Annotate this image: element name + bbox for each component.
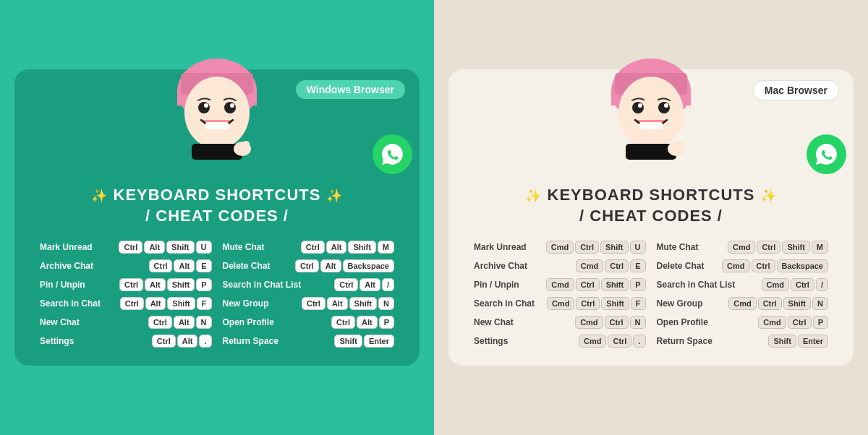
svg-point-17 (632, 102, 644, 113)
key-badge: Alt (320, 259, 341, 272)
shortcut-keys: CtrlAltShiftU (119, 241, 211, 254)
shortcut-name: Search in Chat List (657, 280, 736, 290)
shortcut-keys: CtrlAltShiftP (119, 278, 211, 291)
key-badge: Ctrl (605, 259, 629, 272)
svg-point-5 (224, 102, 236, 113)
shortcut-name: New Chat (40, 317, 80, 327)
svg-point-16 (618, 77, 684, 149)
key-badge: P (196, 278, 211, 291)
shortcut-row: New GroupCmdCtrlShiftN (657, 297, 829, 310)
shortcut-row: New GroupCtrlAltShiftN (223, 297, 395, 310)
key-badge: Enter (364, 335, 394, 348)
shortcut-keys: ShiftEnter (768, 335, 828, 348)
shortcut-name: Mute Chat (223, 242, 265, 252)
key-badge: Ctrl (575, 241, 599, 254)
svg-point-6 (204, 103, 208, 108)
shortcut-name: Search in Chat (474, 298, 535, 309)
shortcut-name: Delete Chat (657, 261, 705, 271)
key-badge: Cmd (722, 259, 749, 272)
key-badge: Cmd (728, 297, 756, 310)
right-title-line2: / CHEAT CODES / (474, 206, 828, 227)
key-badge: N (378, 297, 394, 310)
svg-point-7 (230, 103, 234, 108)
key-badge: E (196, 259, 211, 272)
svg-rect-8 (205, 122, 229, 129)
shortcut-row: Pin / UnpinCtrlAltShiftP (40, 278, 212, 291)
shortcut-name: Mute Chat (657, 242, 699, 252)
shortcut-name: Search in Chat List (223, 280, 302, 290)
key-badge: Alt (145, 297, 166, 310)
left-title-line2: / CHEAT CODES / (40, 206, 394, 227)
shortcut-row: Return SpaceShiftEnter (657, 335, 829, 348)
shortcut-keys: CmdCtrl/ (762, 278, 828, 291)
shortcut-name: Settings (40, 336, 74, 346)
key-badge: Cmd (728, 241, 755, 254)
key-badge: P (813, 316, 828, 329)
key-badge: Ctrl (752, 259, 775, 272)
shortcut-keys: CtrlAltN (148, 316, 212, 329)
shortcut-keys: CmdCtrlShiftP (546, 278, 645, 291)
key-badge: P (630, 278, 645, 291)
key-badge: Shift (167, 278, 195, 291)
svg-rect-21 (639, 122, 663, 129)
key-badge: Shift (601, 278, 629, 291)
key-badge: Shift (167, 297, 195, 310)
shortcut-row: Return SpaceShiftEnter (223, 335, 395, 348)
key-badge: Cmd (762, 278, 789, 291)
mac-badge-text: Mac Browser (765, 85, 827, 96)
shortcut-keys: CmdCtrlE (576, 259, 646, 272)
key-badge: M (378, 241, 394, 254)
shortcut-keys: CmdCtrlShiftN (728, 297, 828, 310)
left-shortcuts-grid: Mark UnreadCtrlAltShiftUMute ChatCtrlAlt… (40, 241, 394, 348)
right-shortcuts-grid: Mark UnreadCmdCtrlShiftUMute ChatCmdCtrl… (474, 241, 828, 348)
shortcut-row: Search in ChatCmdCtrlShiftF (474, 297, 646, 310)
key-badge: Ctrl (120, 297, 144, 310)
svg-point-4 (198, 102, 210, 113)
key-badge: Cmd (547, 297, 574, 310)
key-badge: Ctrl (152, 335, 176, 348)
right-title: ✨ KEYBOARD SHORTCUTS ✨ / CHEAT CODES / (474, 185, 828, 226)
shortcut-row: Open ProfileCmdCtrlP (657, 316, 829, 329)
shortcut-name: Mark Unread (474, 242, 527, 252)
shortcut-keys: CmdCtrlShiftU (546, 241, 646, 254)
key-badge: / (382, 278, 394, 291)
key-badge: Alt (174, 259, 195, 272)
shortcut-keys: CtrlAltShiftF (120, 297, 212, 310)
shortcut-keys: CtrlAltShiftN (302, 297, 394, 310)
key-badge: Alt (359, 278, 380, 291)
shortcut-keys: CtrlAltBackspace (295, 259, 394, 272)
key-badge: E (630, 259, 645, 272)
key-badge: Ctrl (791, 278, 814, 291)
shortcut-row: Open ProfileCtrlAltP (223, 316, 395, 329)
shortcut-name: Pin / Unpin (474, 280, 519, 290)
shortcut-row: SettingsCmdCtrl. (474, 335, 646, 348)
key-badge: Alt (174, 316, 195, 329)
key-badge: Backspace (343, 259, 395, 272)
shortcut-keys: CtrlAltShiftM (301, 241, 394, 254)
key-badge: U (196, 241, 212, 254)
key-badge: Shift (334, 335, 362, 348)
shortcut-keys: CtrlAltP (331, 316, 394, 329)
shortcut-row: Search in Chat ListCmdCtrl/ (657, 278, 829, 291)
shortcut-name: New Group (657, 298, 703, 309)
shortcut-row: Mark UnreadCmdCtrlShiftU (474, 241, 646, 254)
key-badge: Ctrl (605, 316, 629, 329)
key-badge: M (812, 241, 828, 254)
key-badge: Ctrl (608, 335, 631, 348)
key-badge: Shift (348, 241, 375, 254)
shortcut-row: New ChatCtrlAltN (40, 316, 212, 329)
shortcut-name: Return Space (223, 336, 278, 346)
key-badge: P (379, 316, 394, 329)
shortcut-name: Settings (474, 336, 508, 346)
shortcut-keys: CtrlAlt. (152, 335, 212, 348)
svg-point-20 (664, 103, 668, 108)
key-badge: N (812, 297, 828, 310)
whatsapp-icon-left (373, 134, 412, 174)
key-badge: . (199, 335, 211, 348)
right-title-line1: ✨ KEYBOARD SHORTCUTS ✨ (474, 185, 828, 206)
shortcut-name: Open Profile (657, 317, 708, 327)
key-badge: Ctrl (119, 278, 143, 291)
shortcut-name: Open Profile (223, 317, 274, 327)
key-badge: Shift (349, 297, 377, 310)
right-card-wrapper: Mac Browser ✨ KEYBOARD SHORTCUTS ✨ / CHE… (448, 69, 854, 366)
